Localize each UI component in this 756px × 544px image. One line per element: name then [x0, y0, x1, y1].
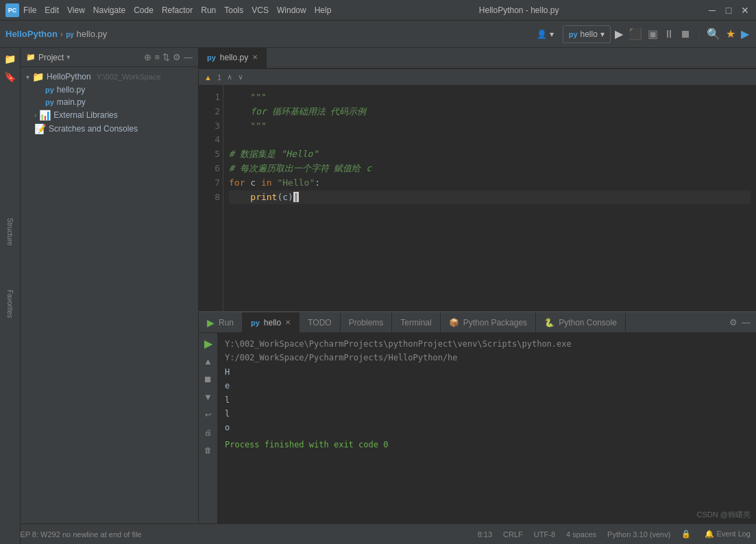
- indent-status[interactable]: 4 spaces: [566, 530, 596, 539]
- clear-button[interactable]: 🗑: [201, 443, 216, 458]
- warning-up-arrow[interactable]: ∧: [227, 73, 232, 82]
- cursor-position[interactable]: 8:13: [478, 530, 492, 539]
- encoding[interactable]: UTF-8: [534, 530, 555, 539]
- pep-warning[interactable]: ⚠ PEP 8: W292 no newline at end of file: [5, 530, 141, 539]
- project-panel-toggle[interactable]: 📁: [2, 51, 19, 67]
- menu-edit[interactable]: Edit: [45, 5, 59, 15]
- maximize-button[interactable]: □: [723, 5, 734, 16]
- tab-hello-py[interactable]: py hello.py ✕: [199, 48, 267, 68]
- scratches-label: Scratches and Consoles: [49, 124, 138, 134]
- user-button[interactable]: 👤 ▾: [531, 25, 560, 44]
- tab-todo[interactable]: TODO: [300, 312, 340, 332]
- menu-bar[interactable]: File Edit View Navigate Code Refactor Ru…: [23, 5, 331, 15]
- tab-python-console[interactable]: 🐍 Python Console: [536, 312, 626, 332]
- run-tab-label: Run: [219, 318, 234, 327]
- tree-root[interactable]: ▾ 📁 HelloPython Y:\002_WorkSpace: [21, 70, 198, 84]
- tab-python-packages[interactable]: 📦 Python Packages: [441, 312, 536, 332]
- menu-window[interactable]: Window: [277, 5, 306, 15]
- status-bar: ⚠ PEP 8: W292 no newline at end of file …: [0, 523, 756, 544]
- run-config-dropdown[interactable]: py hello ▾: [563, 25, 611, 43]
- search-button[interactable]: 🔍: [705, 26, 722, 42]
- nav-button[interactable]: ▶: [740, 26, 751, 42]
- tab-problems[interactable]: Problems: [341, 312, 393, 332]
- run-hello-close[interactable]: ✕: [285, 319, 291, 326]
- favorites-toggle[interactable]: Favorites: [2, 296, 19, 312]
- event-log-button[interactable]: 🔔 Event Log: [705, 530, 751, 539]
- gold-star-button[interactable]: ★: [724, 26, 737, 42]
- event-log-icon: 🔔: [705, 530, 714, 538]
- problems-tab-label: Problems: [349, 318, 384, 327]
- settings-icon[interactable]: ⚙: [173, 52, 181, 62]
- console-out-e: e: [225, 379, 749, 393]
- breadcrumb-project[interactable]: HelloPython: [5, 29, 58, 39]
- bottom-panel: ▶ Run py hello ✕ TODO Problems Terminal …: [199, 311, 756, 523]
- coverage-button[interactable]: ▣: [646, 26, 659, 42]
- tree-file-main[interactable]: py main.py: [21, 96, 198, 108]
- settings-bottom-icon[interactable]: ⚙: [729, 317, 737, 327]
- tab-terminal[interactable]: Terminal: [392, 312, 440, 332]
- line-ending[interactable]: CRLF: [503, 530, 523, 539]
- scope-icon[interactable]: ⊕: [144, 52, 151, 62]
- python-version[interactable]: Python 3.10 (venv): [607, 530, 670, 539]
- tab-run-hello[interactable]: py hello ✕: [243, 312, 300, 332]
- breadcrumb-file[interactable]: py hello.py: [66, 29, 107, 39]
- stop-button[interactable]: ⏹: [679, 27, 692, 42]
- menu-navigate[interactable]: Navigate: [93, 5, 125, 15]
- tab-run[interactable]: ▶ Run: [199, 312, 243, 332]
- root-path: Y:\002_WorkSpace: [97, 73, 161, 81]
- print-button[interactable]: 🖨: [201, 425, 216, 440]
- project-tree: ▾ 📁 HelloPython Y:\002_WorkSpace py hell…: [21, 67, 198, 544]
- menu-vcs[interactable]: VCS: [252, 5, 269, 15]
- collapse-icon[interactable]: ≡: [154, 52, 160, 62]
- menu-run[interactable]: Run: [201, 5, 216, 15]
- structure-toggle[interactable]: Structure: [2, 223, 19, 240]
- menu-help[interactable]: Help: [315, 5, 332, 15]
- hide-icon[interactable]: —: [184, 52, 193, 62]
- python-console-icon: 🐍: [544, 318, 554, 327]
- close-button[interactable]: ✕: [740, 5, 751, 16]
- code-line-8: print(c)|: [229, 190, 751, 205]
- warning-down-arrow[interactable]: ∨: [238, 73, 243, 82]
- wrap-button[interactable]: ↩: [201, 407, 216, 422]
- line-numbers: 1234 5678: [199, 85, 223, 317]
- tree-scratches[interactable]: 📝 Scratches and Consoles: [21, 122, 198, 136]
- editor-tabs: py hello.py ✕: [199, 48, 756, 69]
- stop-console-button[interactable]: ⏹: [201, 371, 216, 386]
- code-editor[interactable]: """ for 循环基础用法 代码示例 """ # 数据集是 "Hello" #…: [223, 85, 756, 317]
- debug-button[interactable]: ⬛: [627, 26, 644, 42]
- console-row: ▶ ▲ ⏹ ▼ ↩ 🖨 🗑 Y:\002_WorkSpace\PycharmPr…: [199, 333, 756, 523]
- rerun-button[interactable]: ▶: [201, 336, 216, 351]
- up-button[interactable]: ▲: [201, 354, 216, 369]
- down-button[interactable]: ▼: [201, 389, 216, 404]
- run-config-label: hello: [581, 29, 598, 39]
- menu-code[interactable]: Code: [134, 5, 154, 15]
- folder-icon-header: 📁: [26, 53, 36, 62]
- breadcrumb-separator: ›: [60, 29, 63, 39]
- profile-button[interactable]: ⏸: [662, 27, 676, 42]
- ext-folder-icon: 📊: [39, 110, 51, 121]
- warning-icon: ▲: [204, 73, 212, 82]
- window-controls[interactable]: ─ □ ✕: [707, 5, 751, 16]
- run-button[interactable]: ▶: [613, 26, 624, 42]
- menu-refactor[interactable]: Refactor: [162, 5, 193, 15]
- tree-file-hello[interactable]: py hello.py: [21, 84, 198, 96]
- menu-file[interactable]: File: [23, 5, 36, 15]
- menu-view[interactable]: View: [67, 5, 85, 15]
- python-packages-icon: 📦: [449, 318, 459, 327]
- code-line-3: """: [229, 119, 751, 134]
- tab-close-icon[interactable]: ✕: [252, 53, 258, 61]
- menu-tools[interactable]: Tools: [224, 5, 243, 15]
- bottom-tabs: ▶ Run py hello ✕ TODO Problems Terminal …: [199, 312, 756, 333]
- py-icon-hello: py: [45, 86, 54, 94]
- minimize-button[interactable]: ─: [707, 5, 718, 16]
- structure-icon: Structure: [6, 218, 14, 246]
- run-toolbar-icons: ▶ ⬛ ▣ ⏸ ⏹: [613, 26, 692, 42]
- console-toolbar: ▶ ▲ ⏹ ▼ ↩ 🖨 🗑: [199, 333, 218, 523]
- sort-icon[interactable]: ⇅: [162, 52, 170, 62]
- console-out-l2: l: [225, 407, 749, 421]
- run-config-arrow: ▾: [600, 29, 605, 39]
- tree-external-libs[interactable]: › 📊 External Libraries: [21, 108, 198, 122]
- minimize-bottom-icon[interactable]: —: [742, 317, 751, 327]
- editor-area: py hello.py ✕ ▲ 1 ∧ ∨ 1234 5678 """ for …: [199, 48, 756, 332]
- bookmarks-toggle[interactable]: 🔖: [2, 69, 19, 85]
